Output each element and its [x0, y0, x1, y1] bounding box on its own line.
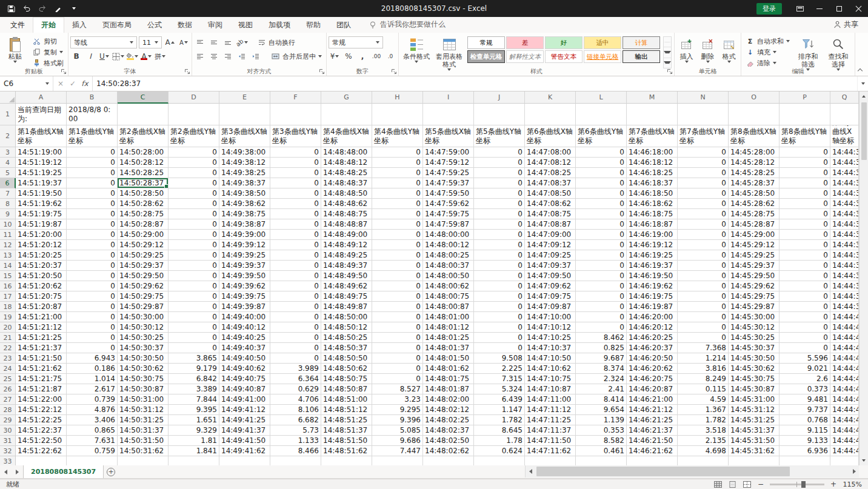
- gallery-up-icon[interactable]: [664, 37, 671, 47]
- align-middle-button[interactable]: [208, 36, 220, 48]
- decrease-font-size-button[interactable]: A: [178, 36, 190, 48]
- cell-A14[interactable]: 14:51:20:37: [16, 261, 67, 271]
- row-header-1[interactable]: 1: [0, 104, 16, 125]
- cell-E29[interactable]: 14:49:41:25: [219, 415, 270, 425]
- cell-M19[interactable]: 14:46:20:00: [627, 312, 678, 322]
- increase-font-size-button[interactable]: A: [164, 36, 176, 48]
- column-header-Q[interactable]: Q: [830, 91, 859, 104]
- cell-B10[interactable]: 0: [67, 219, 118, 230]
- cell-style-explanatory-text[interactable]: 解释性文本: [506, 50, 544, 63]
- copy-button[interactable]: 复制: [30, 47, 66, 58]
- cell-L25[interactable]: 2.324: [576, 374, 627, 384]
- cell-style-linked-cell[interactable]: 链接单元格: [584, 50, 621, 63]
- cell-G9[interactable]: 14:48:48:75: [321, 209, 372, 219]
- cell-L10[interactable]: 0: [576, 219, 627, 230]
- cell-J4[interactable]: 0: [474, 158, 525, 168]
- cell-C27[interactable]: 14:50:31:00: [118, 394, 169, 405]
- cell-style-warning-text[interactable]: 警告文本: [545, 50, 583, 63]
- align-center-button[interactable]: [208, 50, 220, 62]
- cell-J16[interactable]: 0: [474, 281, 525, 291]
- cell-P4[interactable]: 0: [780, 158, 830, 168]
- cell-M31[interactable]: 14:46:21:50: [627, 436, 678, 446]
- cell-F5[interactable]: 0: [270, 168, 321, 178]
- expand-formula-bar-icon[interactable]: [857, 76, 868, 91]
- cell-P24[interactable]: 9.021: [780, 364, 830, 374]
- cell-C14[interactable]: 14:50:29:37: [118, 261, 169, 271]
- cell-F18[interactable]: 0: [270, 302, 321, 312]
- cell-F14[interactable]: 0: [270, 261, 321, 271]
- cell-Q23[interactable]: 14:44:4: [830, 353, 859, 364]
- cell-G1[interactable]: [321, 104, 372, 125]
- cell-A18[interactable]: 14:51:20:87: [16, 302, 67, 312]
- cell-Q7[interactable]: 14:44:3: [830, 188, 859, 199]
- cell-Q1[interactable]: [830, 104, 859, 125]
- cell-L24[interactable]: 8.374: [576, 364, 627, 374]
- cell-P3[interactable]: 0: [780, 147, 830, 158]
- cell-I12[interactable]: 14:48:00:12: [423, 240, 474, 250]
- cell-G4[interactable]: 14:48:48:12: [321, 158, 372, 168]
- zoom-out-button[interactable]: −: [757, 480, 764, 488]
- cell-H4[interactable]: 0: [372, 158, 423, 168]
- percent-style-button[interactable]: %: [342, 50, 355, 62]
- cell-C16[interactable]: 14:50:29:62: [118, 281, 169, 291]
- cell-L11[interactable]: 0: [576, 230, 627, 240]
- cell-P13[interactable]: 0: [780, 250, 830, 261]
- cell-L33[interactable]: [576, 456, 627, 465]
- cell-P15[interactable]: 0: [780, 271, 830, 281]
- cell-L27[interactable]: 8.414: [576, 394, 627, 405]
- cell-D6[interactable]: 0: [169, 178, 219, 188]
- cell-J23[interactable]: 9.508: [474, 353, 525, 364]
- cell-P33[interactable]: [780, 456, 830, 465]
- cell-N33[interactable]: [678, 456, 729, 465]
- row-header-22[interactable]: 22: [0, 343, 16, 353]
- cell-H28[interactable]: 9.295: [372, 405, 423, 415]
- align-top-button[interactable]: [194, 36, 206, 48]
- cell-M14[interactable]: 14:46:19:37: [627, 261, 678, 271]
- cell-C3[interactable]: 14:50:28:00: [118, 147, 169, 158]
- cell-M6[interactable]: 14:46:18:37: [627, 178, 678, 188]
- cell-K11[interactable]: 14:47:09:00: [525, 230, 576, 240]
- column-header-L[interactable]: L: [576, 91, 627, 104]
- tell-me[interactable]: 告诉我你想要做什么: [369, 19, 446, 33]
- sheet-nav-left-icon[interactable]: [0, 465, 12, 478]
- cell-J22[interactable]: 0: [474, 343, 525, 353]
- cell-P8[interactable]: 0: [780, 199, 830, 209]
- cell-O12[interactable]: 14:45:29:12: [729, 240, 780, 250]
- cell-O1[interactable]: [729, 104, 780, 125]
- cell-C6[interactable]: 14:50:28:37: [118, 178, 169, 188]
- cell-G17[interactable]: 14:48:49:75: [321, 291, 372, 302]
- cell-C1[interactable]: [118, 104, 169, 125]
- cell-J26[interactable]: 5.324: [474, 384, 525, 394]
- cell-D12[interactable]: 0: [169, 240, 219, 250]
- row-header-10[interactable]: 10: [0, 219, 16, 230]
- cell-N23[interactable]: 1.214: [678, 353, 729, 364]
- cell-D3[interactable]: 0: [169, 147, 219, 158]
- cell-C25[interactable]: 14:50:30:75: [118, 374, 169, 384]
- row-header-3[interactable]: 3: [0, 147, 16, 158]
- cell-F7[interactable]: 0: [270, 188, 321, 199]
- cell-N24[interactable]: 3.816: [678, 364, 729, 374]
- cell-H9[interactable]: 0: [372, 209, 423, 219]
- cell-G28[interactable]: 14:48:51:12: [321, 405, 372, 415]
- cell-E27[interactable]: 14:49:41:00: [219, 394, 270, 405]
- cell-L15[interactable]: 0: [576, 271, 627, 281]
- cell-C5[interactable]: 14:50:28:25: [118, 168, 169, 178]
- cell-Q11[interactable]: 14:44:3: [830, 230, 859, 240]
- cell-K6[interactable]: 14:47:08:37: [525, 178, 576, 188]
- cell-H15[interactable]: 0: [372, 271, 423, 281]
- format-cells-button[interactable]: 格式: [719, 34, 739, 67]
- cell-G31[interactable]: 14:48:51:50: [321, 436, 372, 446]
- cell-E3[interactable]: 14:49:38:00: [219, 147, 270, 158]
- cell-F6[interactable]: 0: [270, 178, 321, 188]
- cell-L4[interactable]: 0: [576, 158, 627, 168]
- cell-C29[interactable]: 14:50:31:25: [118, 415, 169, 425]
- cell-I3[interactable]: 14:47:59:00: [423, 147, 474, 158]
- cell-D23[interactable]: 3.865: [169, 353, 219, 364]
- cell-I28[interactable]: 14:48:02:12: [423, 405, 474, 415]
- cell-O23[interactable]: 14:45:30:50: [729, 353, 780, 364]
- decrease-decimal-button[interactable]: .0: [384, 50, 396, 62]
- borders-button[interactable]: [112, 50, 124, 62]
- cell-C17[interactable]: 14:50:29:75: [118, 291, 169, 302]
- cell-H31[interactable]: 9.686: [372, 436, 423, 446]
- cell-P10[interactable]: 0: [780, 219, 830, 230]
